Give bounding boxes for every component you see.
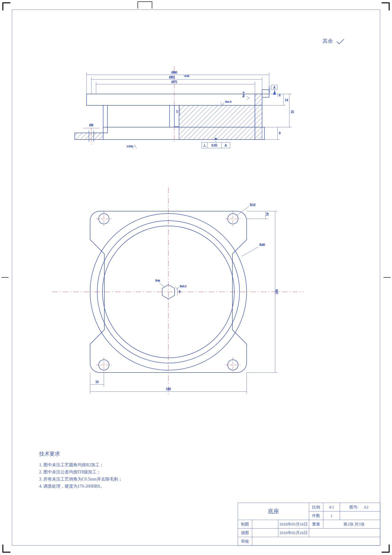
title-block: 底座 比例 4:1 图号: A2 件数 1 制图 2018年05月16日 重量 …: [238, 503, 380, 546]
scale-label: 比例: [312, 505, 320, 510]
ra32: Ra3.2: [127, 145, 133, 148]
drawn-date: 2018年05月16日: [280, 522, 308, 526]
other-label: 其余: [322, 38, 333, 44]
sheet-label: 图号:: [349, 505, 359, 510]
svg-text:0.05: 0.05: [212, 144, 217, 147]
dim-h5: 5: [176, 110, 178, 113]
plan-r4x: R4x: [155, 279, 160, 282]
dim-h9: 9: [279, 131, 281, 135]
plan-h109: 109: [275, 290, 279, 294]
dim-h14: 14: [285, 98, 288, 102]
tech-requirements: 技术要求 1. 图中未注工艺圆角均按R2加工； 2. 图中未注公差均按IT8级加…: [39, 451, 205, 498]
dim-d82tol: +0.05: [184, 75, 189, 77]
plan-view: Ra3.2 8 R4x R10 R40 109 10: [62, 197, 322, 410]
page-info: 第2张 共5张: [343, 522, 364, 526]
svg-line-63: [242, 247, 258, 256]
dim-d6: Ø6: [89, 123, 93, 127]
drawn-label: 制图: [241, 522, 249, 526]
plan-h8: 8: [179, 290, 180, 293]
ra16: Ra1.6: [225, 100, 231, 103]
note-1: 1. 图中未注工艺圆角均按R2加工；: [39, 462, 104, 467]
qty-label: 件数: [312, 513, 320, 518]
dim-d75: Ø75: [171, 80, 177, 84]
plan-ra32: Ra3.2: [180, 285, 186, 288]
part-name: 底座: [268, 508, 279, 514]
note-2: 2. 图中未注公差均按IT8级加工；: [39, 470, 101, 474]
scale-value: 4:1: [329, 505, 334, 510]
svg-text:⊥: ⊥: [203, 144, 206, 147]
svg-line-61: [159, 282, 164, 287]
dim-h25: 25: [291, 110, 294, 114]
traced-date: 2018年05月16日: [280, 531, 308, 535]
ra16b: Ra1.6: [242, 92, 245, 97]
dim-d82: Ø82: [169, 75, 175, 79]
note-4: 4. 调质处理，硬度为170-200HBS。: [39, 484, 104, 489]
svg-rect-6: [103, 105, 107, 133]
datum-a: A: [273, 86, 276, 89]
svg-rect-9: [255, 94, 262, 139]
dim-rmin: 5.5/8.5: [268, 86, 271, 93]
section-view: Ø90 Ø82 +0.05 Ø75 Ø6 6 14 25: [50, 71, 299, 171]
traced-label: 描图: [241, 531, 249, 535]
plan-off14: 14: [266, 213, 269, 216]
mass-label: 重量: [312, 522, 320, 526]
plan-r40: R40: [259, 243, 265, 247]
svg-line-62: [237, 206, 249, 215]
plan-r10: R10: [250, 203, 255, 207]
svg-rect-8: [179, 105, 255, 139]
dim-d90: Ø90: [171, 71, 177, 74]
note-3: 3. 所有未注工艺倒角为C0.5mm并去除毛刺；: [39, 477, 122, 482]
sheet-value: A2: [363, 505, 369, 510]
plan-off10: 10: [95, 380, 99, 384]
notes-heading: 技术要求: [39, 451, 60, 457]
surface-default-note: 其余: [322, 38, 370, 47]
gtol-ref: A: [225, 144, 227, 147]
plan-w109: 109: [166, 387, 171, 391]
checked-label: 审核: [241, 539, 249, 544]
qty-value: 1: [331, 513, 333, 518]
